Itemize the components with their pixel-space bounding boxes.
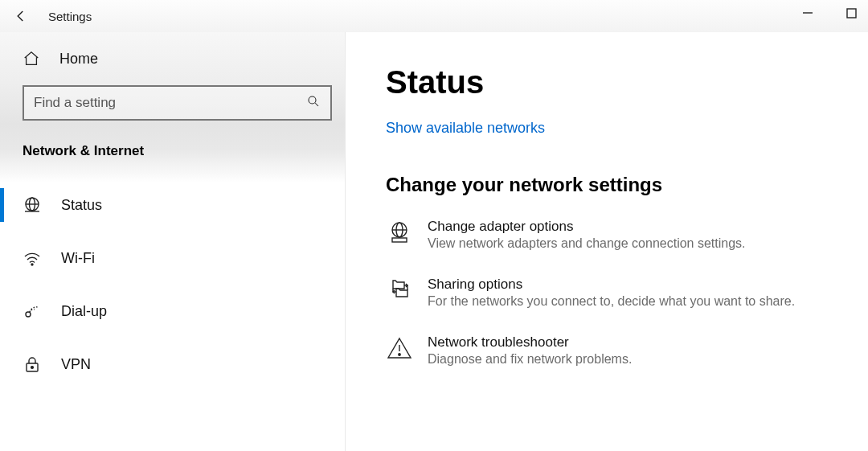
search-input[interactable]: Find a setting bbox=[23, 85, 332, 121]
sidebar-item-label: Status bbox=[61, 197, 102, 214]
search-placeholder: Find a setting bbox=[34, 95, 116, 111]
svg-rect-15 bbox=[392, 238, 407, 242]
option-adapter[interactable]: Change adapter options View network adap… bbox=[386, 219, 828, 251]
dialup-icon bbox=[23, 301, 42, 321]
sidebar-item-label: Dial-up bbox=[61, 303, 107, 320]
home-icon bbox=[23, 50, 42, 68]
sidebar-home-label: Home bbox=[59, 51, 98, 68]
sidebar-item-vpn[interactable]: VPN bbox=[0, 338, 345, 391]
window-controls bbox=[796, 3, 863, 23]
option-troubleshooter[interactable]: Network troubleshooter Diagnose and fix … bbox=[386, 334, 828, 367]
sidebar-item-wifi[interactable]: Wi-Fi bbox=[0, 232, 345, 285]
minimize-button[interactable] bbox=[796, 3, 820, 23]
option-sharing[interactable]: Sharing options For the networks you con… bbox=[386, 277, 828, 309]
sidebar-item-status[interactable]: Status bbox=[0, 178, 345, 232]
svg-point-8 bbox=[31, 264, 33, 265]
maximize-button[interactable] bbox=[839, 3, 863, 23]
window-title: Settings bbox=[48, 10, 92, 23]
back-button[interactable] bbox=[10, 5, 32, 27]
sharing-icon bbox=[386, 277, 413, 304]
svg-point-11 bbox=[31, 367, 34, 369]
svg-line-3 bbox=[315, 103, 318, 106]
sidebar-category: Network & Internet bbox=[0, 121, 345, 170]
search-icon bbox=[306, 94, 321, 112]
sidebar-item-label: VPN bbox=[61, 356, 91, 373]
sidebar: Home Find a setting Network & Internet S… bbox=[0, 32, 346, 451]
svg-point-17 bbox=[399, 354, 400, 355]
svg-point-2 bbox=[309, 96, 316, 104]
vpn-icon bbox=[23, 355, 42, 374]
sidebar-item-dialup[interactable]: Dial-up bbox=[0, 285, 345, 338]
option-title: Change adapter options bbox=[428, 219, 746, 235]
show-networks-link[interactable]: Show available networks bbox=[386, 120, 545, 137]
section-heading: Change your network settings bbox=[386, 174, 828, 196]
option-title: Sharing options bbox=[428, 277, 795, 293]
svg-rect-1 bbox=[847, 9, 856, 18]
sidebar-home[interactable]: Home bbox=[0, 32, 345, 85]
main-panel: Status Show available networks Change yo… bbox=[346, 32, 868, 451]
option-title: Network troubleshooter bbox=[428, 334, 632, 351]
sidebar-item-label: Wi-Fi bbox=[61, 250, 95, 267]
titlebar: Settings bbox=[0, 0, 868, 32]
option-desc: For the networks you connect to, decide … bbox=[428, 294, 795, 309]
wifi-icon bbox=[23, 248, 42, 268]
page-title: Status bbox=[386, 64, 828, 100]
option-desc: View network adapters and change connect… bbox=[428, 236, 746, 251]
option-desc: Diagnose and fix network problems. bbox=[428, 352, 632, 367]
globe-icon bbox=[23, 195, 42, 215]
warning-icon bbox=[386, 334, 413, 362]
adapter-icon bbox=[386, 219, 413, 246]
